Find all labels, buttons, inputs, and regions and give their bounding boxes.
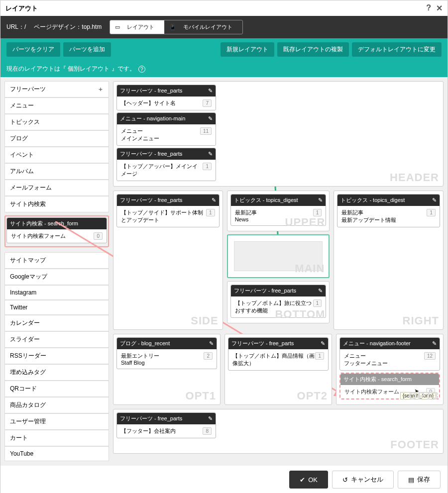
new-layout-button[interactable]: 新規レイアウト [221, 42, 274, 57]
part-card[interactable]: フリーパーツ - free_parts✎【トップ／アッパー】メインイメージ1 [116, 148, 216, 181]
sidebar-item[interactable]: Twitter [4, 300, 109, 315]
sidebar-item[interactable]: メールフォーム [4, 180, 109, 196]
zone-upper[interactable]: トピックス - topics_digest✎最新記事 News1 UPPER [227, 191, 330, 231]
edit-icon[interactable]: ✎ [432, 197, 437, 203]
part-card[interactable]: フリーパーツ - free_parts✎【トップ／サイド】サポート体制とアップデ… [116, 194, 220, 227]
sidebar-item[interactable]: Instagram [4, 285, 109, 300]
tab-layout[interactable]: ▭ レイアウト [110, 20, 164, 34]
sidebar-item[interactable]: 商品カタログ [4, 397, 109, 413]
zone-opt1[interactable]: ブログ - blog_recent✎最新エントリー Staff Blog2 OP… [113, 334, 221, 405]
info-help-icon[interactable]: ? [138, 66, 145, 73]
parts-sidebar: フリーパーツ＋メニュートピックスブログイベントアルバムメールフォームサイト内検索… [4, 81, 109, 461]
edit-icon[interactable]: ✎ [208, 151, 213, 157]
edit-icon[interactable]: ✎ [432, 340, 437, 347]
sidebar-item[interactable]: RSSリーダー [4, 348, 109, 364]
save-button[interactable]: ▤ 保存 [398, 471, 441, 489]
add-parts-button[interactable]: パーツを追加 [63, 42, 111, 57]
sidebar-item[interactable]: ユーザー管理 [4, 413, 109, 430]
part-card[interactable]: フリーパーツ - free_parts✎【フッター】会社案内8 [116, 412, 216, 438]
default-layout-button[interactable]: デフォルトレイアウトに変更 [352, 42, 442, 57]
zone-header[interactable]: フリーパーツ - free_parts✎【ヘッダー】サイト名7メニュー - na… [113, 81, 444, 187]
sidebar-item[interactable]: YouTube [4, 446, 109, 461]
part-card[interactable]: フリーパーツ - free_parts✎【ヘッダー】サイト名7 [116, 85, 216, 110]
sidebar-item[interactable]: メニュー [4, 98, 109, 114]
sidebar-item[interactable]: アルバム [4, 163, 109, 180]
edit-icon[interactable]: ✎ [321, 340, 325, 347]
page-design-label: ページデザイン：top.htm [34, 23, 102, 31]
duplicate-layout-button[interactable]: 既存レイアウトの複製 [277, 42, 349, 57]
edit-icon[interactable]: ✎ [208, 415, 213, 422]
zone-main: MAIN [227, 234, 330, 278]
zone-right[interactable]: トピックス - topics_digest✎最新記事 最新アップデート情報1 R… [334, 191, 444, 330]
zone-bottom[interactable]: フリーパーツ - free_parts✎【トップ／ボトム】旅に役立つおすすめ機能… [227, 281, 330, 323]
help-icon[interactable]: ? [426, 3, 431, 13]
edit-icon[interactable]: ✎ [209, 340, 214, 347]
url-label: URL：/ [6, 23, 26, 31]
zone-opt2[interactable]: フリーパーツ - free_parts✎【トップ／ボトム】商品情報（画像拡大）1… [224, 334, 332, 405]
sidebar-item[interactable]: QRコード [4, 381, 109, 397]
edit-icon[interactable]: ✎ [208, 115, 213, 122]
dialog-title: レイアウト [5, 4, 38, 13]
close-icon[interactable]: ✕ [436, 3, 443, 13]
sidebar-item[interactable]: サイトマップ [4, 252, 109, 269]
sidebar-item[interactable]: フリーパーツ＋ [4, 81, 109, 98]
sidebar-item[interactable]: ブログ [4, 130, 109, 147]
sidebar-item[interactable]: スライダー [4, 331, 109, 348]
part-card[interactable]: フリーパーツ - free_parts✎【トップ／ボトム】商品情報（画像拡大）1 [228, 337, 329, 371]
edit-icon[interactable]: ✎ [318, 197, 323, 203]
sidebar-item[interactable]: サイト内検索 [4, 196, 109, 212]
layout-info-text: 現在のレイアウトは『 個別レイアウト 』です。 [6, 65, 135, 73]
part-card[interactable]: ブログ - blog_recent✎最新エントリー Staff Blog2 [116, 337, 217, 369]
sidebar-item[interactable]: 埋め込みタグ [4, 364, 109, 381]
zone-opt3[interactable]: メニュー - navigation-footer✎メニュー フッターメニュー12… [336, 334, 444, 405]
edit-icon[interactable]: ✎ [208, 88, 213, 94]
edit-icon[interactable]: ✎ [318, 288, 323, 294]
sidebar-item[interactable]: イベント [4, 147, 109, 163]
part-card[interactable]: メニュー - navigation-main✎メニュー メインメニュー11 [116, 112, 216, 146]
zone-footer[interactable]: フリーパーツ - free_parts✎【フッター】会社案内8 FOOTER [113, 409, 444, 454]
zone-side[interactable]: フリーパーツ - free_parts✎【トップ／サイド】サポート体制とアップデ… [113, 191, 223, 330]
sidebar-item[interactable]: カート [4, 430, 109, 446]
view-toggle[interactable]: ▭ レイアウト 📱 モバイルレイアウト [110, 20, 243, 34]
part-card[interactable]: メニュー - navigation-footer✎メニュー フッターメニュー12 [339, 337, 440, 371]
clear-parts-button[interactable]: パーツをクリア [6, 42, 60, 57]
part-card[interactable]: トピックス - topics_digest✎最新記事 最新アップデート情報1 [337, 194, 440, 227]
dragged-source-highlight: サイト内検索 - search_form サイト内検索フォーム0 [4, 215, 109, 247]
ok-button[interactable]: ✔ OK [289, 471, 328, 489]
tab-mobile-layout[interactable]: 📱 モバイルレイアウト [164, 20, 242, 34]
sidebar-item[interactable]: カレンダー [4, 315, 109, 331]
expand-icon[interactable]: ＋ [98, 85, 104, 94]
cancel-button[interactable]: ↺ キャンセル [332, 471, 394, 489]
sidebar-item[interactable]: Googleマップ [4, 269, 109, 285]
edit-icon[interactable]: ✎ [212, 197, 216, 203]
sidebar-item[interactable]: トピックス [4, 114, 109, 130]
